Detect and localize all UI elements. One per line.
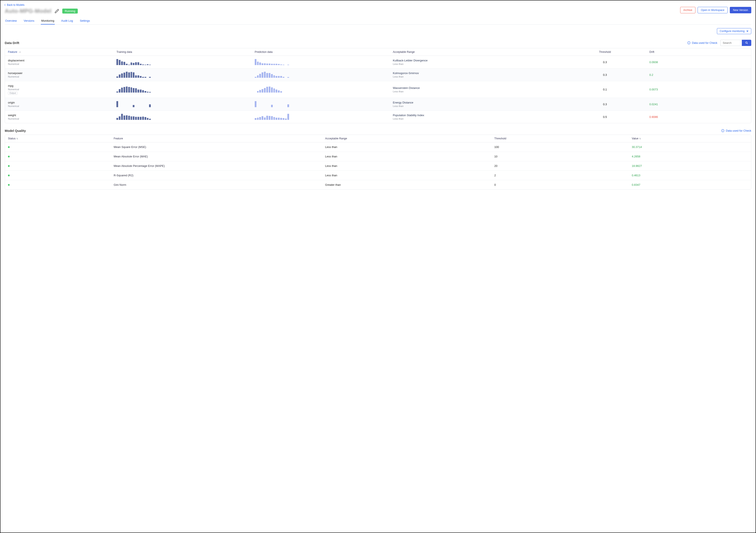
search-button[interactable] (742, 40, 751, 46)
search-icon (745, 41, 748, 44)
range-sub: Less than (393, 63, 560, 65)
col-prediction-data: Prediction data (255, 50, 393, 53)
metric-range: Less than (325, 146, 495, 148)
metric-range: Less than (325, 174, 495, 177)
metric-value: 0.8347 (632, 183, 748, 186)
sort-icon: ⇅ (639, 137, 641, 140)
feature-name: mpg (8, 84, 117, 87)
threshold-value: 0.1 (560, 88, 649, 91)
status-dot (8, 146, 10, 148)
col-feature[interactable]: Feature ↓≡ (8, 50, 117, 53)
table-row[interactable]: mpgNumericalOutputWasserstein DistanceLe… (5, 81, 751, 98)
threshold-value: 0.3 (560, 73, 649, 76)
drift-value: 0.2 (649, 73, 748, 76)
tabs: OverviewVersionsMonitoringAudit LogSetti… (5, 17, 751, 25)
col-drift: Drift (649, 50, 748, 53)
feature-name: displacement (8, 59, 117, 62)
tab-monitoring[interactable]: Monitoring (41, 17, 55, 24)
status-dot (8, 174, 10, 176)
range-name: Wasserstein Distance (393, 86, 560, 90)
col-mq-threshold: Threshold (495, 137, 632, 140)
training-histogram (117, 72, 151, 78)
range-name: Population Stability Index (393, 114, 560, 117)
prediction-histogram (255, 114, 289, 120)
range-sub: Less than (393, 105, 560, 107)
metric-name: Gini Norm (114, 183, 325, 186)
table-row[interactable]: Mean Absolute Percentage Error (MAPE)Les… (5, 161, 751, 171)
metric-name: Mean Absolute Percentage Error (MAPE) (114, 164, 325, 168)
metric-range: Less than (325, 155, 495, 158)
model-quality-title: Model Quality (5, 129, 26, 132)
metric-threshold: 10 (495, 155, 632, 158)
table-row[interactable]: weightNumericalPopulation Stability Inde… (5, 111, 751, 123)
prediction-histogram (255, 101, 289, 107)
drift-info-link[interactable]: Data used for Check (687, 41, 717, 44)
edit-icon[interactable] (55, 9, 59, 13)
range-name: Energy Distance (393, 101, 560, 104)
status-badge: Running (62, 9, 78, 13)
metric-name: Mean Absolute Error (MAE) (114, 155, 325, 158)
search-input[interactable] (720, 40, 742, 46)
drift-value: 0.0938 (649, 61, 748, 64)
feature-name: horsepower (8, 71, 117, 75)
feature-type: Numerical (8, 105, 117, 107)
tab-settings[interactable]: Settings (79, 17, 91, 24)
metric-value: 18.9827 (632, 164, 748, 168)
feature-type: Numerical (8, 88, 117, 91)
col-acceptable-range: Acceptable Range (393, 50, 560, 53)
metric-threshold: 20 (495, 164, 632, 168)
col-mq-value[interactable]: Value ⇅ (632, 137, 748, 140)
drift-table: Feature ↓≡ Training data Prediction data… (5, 48, 751, 123)
drift-info-label: Data used for Check (692, 41, 717, 44)
metric-threshold: 100 (495, 146, 632, 148)
metric-name: Mean Square Error (MSE) (114, 146, 325, 148)
metric-threshold: 0 (495, 183, 632, 186)
configure-monitoring-button[interactable]: Configure monitoring (717, 28, 751, 34)
table-row[interactable]: R-Squared (R2)Less than20.4613 (5, 171, 751, 180)
range-sub: Less than (393, 90, 560, 93)
status-dot (8, 165, 10, 167)
table-row[interactable]: horsepowerNumericalKolmogorov-SmirnovLes… (5, 68, 751, 81)
range-name: Kolmogorov-Smirnov (393, 71, 560, 75)
model-title: Auto-MPG-Model (5, 8, 52, 14)
prediction-histogram (255, 87, 289, 93)
drift-value: 0.9086 (649, 115, 748, 119)
archive-button[interactable]: Archive (680, 7, 696, 13)
training-histogram (117, 87, 151, 93)
svg-point-3 (745, 42, 747, 43)
quality-info-link[interactable]: Data used for Check (721, 129, 751, 132)
metric-value: 30.3714 (632, 146, 748, 148)
training-histogram (117, 101, 151, 107)
feature-type: Numerical (8, 75, 117, 78)
prediction-histogram (255, 72, 289, 78)
threshold-value: 0.3 (560, 103, 649, 106)
prediction-histogram (255, 59, 289, 65)
tab-audit-log[interactable]: Audit Log (61, 17, 73, 24)
col-threshold: Threshold (560, 50, 649, 53)
tab-versions[interactable]: Versions (23, 17, 35, 24)
feature-type: Numerical (8, 63, 117, 65)
range-name: Kullback-Leibler Divergence (393, 59, 560, 62)
status-dot (8, 156, 10, 157)
col-status[interactable]: Status ⇅ (8, 137, 114, 140)
chevron-down-icon (746, 31, 748, 32)
table-row[interactable]: Gini NormGreater than00.8347 (5, 180, 751, 189)
threshold-value: 0.3 (560, 61, 649, 64)
table-row[interactable]: Mean Absolute Error (MAE)Less than104.26… (5, 152, 751, 161)
chevron-left-icon (5, 4, 6, 6)
table-row[interactable]: originNumericalEnergy DistanceLess than0… (5, 98, 751, 111)
table-row[interactable]: displacementNumericalKullback-Leibler Di… (5, 56, 751, 68)
col-mq-range: Acceptable Range (325, 137, 495, 140)
new-version-button[interactable]: New Version (730, 7, 751, 13)
metric-value: 4.2658 (632, 155, 748, 158)
output-tag: Output (8, 92, 17, 95)
tab-overview[interactable]: Overview (5, 17, 17, 24)
sort-icon: ↓≡ (18, 51, 21, 53)
feature-type: Numerical (8, 118, 117, 120)
open-workspace-button[interactable]: Open in Workspace (698, 7, 728, 13)
training-histogram (117, 114, 151, 120)
metric-threshold: 2 (495, 174, 632, 177)
metric-range: Less than (325, 164, 495, 168)
back-to-models-link[interactable]: Back to Models (5, 3, 24, 7)
table-row[interactable]: Mean Square Error (MSE)Less than10030.37… (5, 142, 751, 152)
